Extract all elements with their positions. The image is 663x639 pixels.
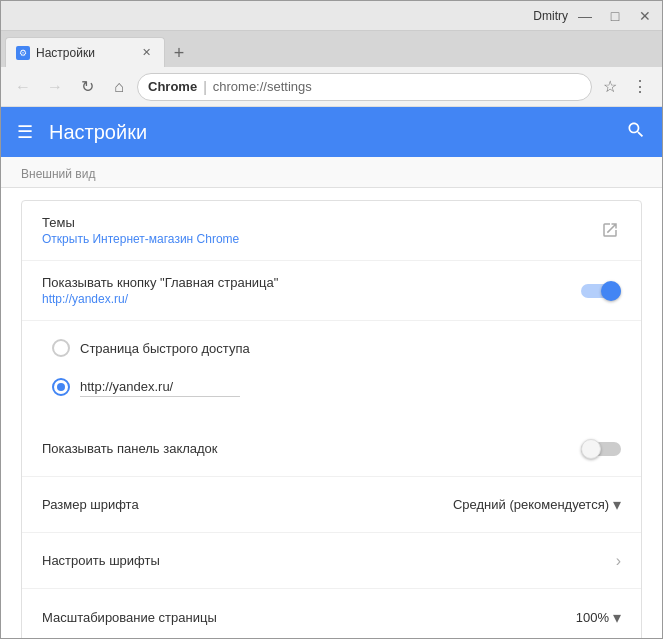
bookmarks-bar-toggle[interactable] — [581, 439, 621, 459]
bookmarks-bar-row: Показывать панель закладок — [22, 421, 641, 477]
external-link-icon — [601, 221, 621, 241]
search-button[interactable] — [626, 120, 646, 145]
reload-button[interactable]: ↻ — [73, 73, 101, 101]
font-size-label: Размер шрифта — [42, 497, 453, 512]
titlebar-user: Dmitry — [9, 9, 576, 23]
minimize-button[interactable]: — — [576, 8, 594, 24]
back-button[interactable]: ← — [9, 73, 37, 101]
homepage-toggle[interactable] — [581, 281, 621, 301]
address-bar[interactable]: Chrome | chrome://settings — [137, 73, 592, 101]
radio-dot-custom-url — [57, 383, 65, 391]
toggle-thumb — [601, 281, 621, 301]
font-size-row: Размер шрифта Средний (рекомендуется) ▾ — [22, 477, 641, 533]
hamburger-button[interactable]: ☰ — [17, 121, 33, 143]
font-size-arrow: ▾ — [613, 495, 621, 514]
zoom-row: Масштабирование страницы 100% ▾ — [22, 589, 641, 639]
fonts-row[interactable]: Настроить шрифты › — [22, 533, 641, 589]
radio-options: Страница быстрого доступа — [22, 321, 641, 421]
app-title: Настройки — [49, 121, 610, 144]
homepage-label-group: Показывать кнопку "Главная страница" htt… — [42, 275, 581, 306]
tab-close-button[interactable]: ✕ — [138, 45, 154, 61]
radio-circle-custom-url — [52, 378, 70, 396]
homepage-row: Показывать кнопку "Главная страница" htt… — [22, 261, 641, 321]
new-tab-button[interactable]: + — [165, 39, 193, 67]
bookmarks-bar-label-group: Показывать панель закладок — [42, 441, 581, 456]
zoom-arrow: ▾ — [613, 608, 621, 627]
fonts-label: Настроить шрифты — [42, 553, 616, 568]
app-header: ☰ Настройки — [1, 107, 662, 157]
tab-title: Настройки — [36, 46, 132, 60]
bookmarks-toggle-thumb — [581, 439, 601, 459]
zoom-label-group: Масштабирование страницы — [42, 610, 576, 625]
tab-favicon: ⚙ — [16, 46, 30, 60]
zoom-value: 100% — [576, 610, 609, 625]
menu-button[interactable]: ⋮ — [626, 73, 654, 101]
themes-label-group: Темы Открыть Интернет-магазин Chrome — [42, 215, 601, 246]
section-header: Внешний вид — [1, 157, 662, 188]
themes-sublabel[interactable]: Открыть Интернет-магазин Chrome — [42, 232, 601, 246]
radio-circle-quick-access — [52, 339, 70, 357]
address-separator: | — [203, 79, 207, 95]
fonts-label-group: Настроить шрифты — [42, 553, 616, 568]
nav-right-buttons: ☆ ⋮ — [596, 73, 654, 101]
homepage-sublabel[interactable]: http://yandex.ru/ — [42, 292, 581, 306]
address-path: chrome://settings — [213, 79, 312, 94]
font-size-label-group: Размер шрифта — [42, 497, 453, 512]
close-button[interactable]: ✕ — [636, 8, 654, 24]
radio-option-custom-url[interactable] — [52, 367, 621, 407]
settings-card: Темы Открыть Интернет-магазин Chrome Пок… — [21, 200, 642, 639]
tabbar: ⚙ Настройки ✕ + — [1, 31, 662, 67]
titlebar-buttons: — □ ✕ — [576, 8, 654, 24]
themes-label: Темы — [42, 215, 601, 230]
radio-option-quick-access[interactable]: Страница быстрого доступа — [52, 329, 621, 367]
forward-button[interactable]: → — [41, 73, 69, 101]
home-button[interactable]: ⌂ — [105, 73, 133, 101]
themes-row: Темы Открыть Интернет-магазин Chrome — [22, 201, 641, 261]
settings-content: Внешний вид Темы Открыть Интернет-магази… — [1, 157, 662, 639]
navbar: ← → ↻ ⌂ Chrome | chrome://settings ☆ ⋮ — [1, 67, 662, 107]
settings-tab[interactable]: ⚙ Настройки ✕ — [5, 37, 165, 67]
address-protocol: Chrome — [148, 79, 197, 94]
maximize-button[interactable]: □ — [606, 8, 624, 24]
bookmark-button[interactable]: ☆ — [596, 73, 624, 101]
titlebar: Dmitry — □ ✕ — [1, 1, 662, 31]
custom-url-input[interactable] — [80, 377, 240, 397]
font-size-value: Средний (рекомендуется) — [453, 497, 609, 512]
radio-label-quick-access: Страница быстрого доступа — [80, 341, 250, 356]
zoom-dropdown[interactable]: 100% ▾ — [576, 608, 621, 627]
section-label: Внешний вид — [21, 167, 95, 181]
homepage-label: Показывать кнопку "Главная страница" — [42, 275, 581, 290]
zoom-label: Масштабирование страницы — [42, 610, 576, 625]
font-size-dropdown[interactable]: Средний (рекомендуется) ▾ — [453, 495, 621, 514]
bookmarks-bar-label: Показывать панель закладок — [42, 441, 581, 456]
fonts-chevron: › — [616, 552, 621, 570]
